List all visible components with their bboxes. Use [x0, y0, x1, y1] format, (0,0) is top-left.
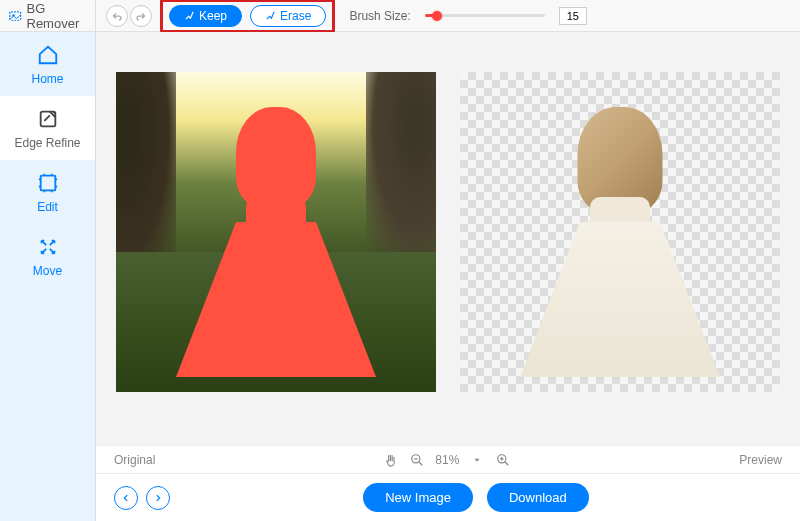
svg-line-5 — [419, 461, 423, 465]
zoom-value: 81% — [435, 453, 459, 467]
sidebar-item-edit[interactable]: Edit — [0, 160, 95, 224]
main-area: Keep Erase Brush Size: 15 — [96, 0, 800, 521]
app-title: BG Remover — [27, 1, 88, 31]
next-image-button[interactable] — [146, 486, 170, 510]
undo-button[interactable] — [106, 5, 128, 27]
bg-tree-right — [366, 72, 436, 252]
keep-button[interactable]: Keep — [169, 5, 242, 27]
sidebar-item-edge-refine[interactable]: Edge Refine — [0, 96, 95, 160]
bottom-bar: New Image Download — [96, 473, 800, 521]
edit-icon — [37, 172, 59, 194]
sidebar-label-edit: Edit — [37, 200, 58, 214]
bg-tree-left — [116, 72, 176, 272]
zoom-controls: 81% — [155, 452, 739, 468]
preview-panel[interactable] — [460, 72, 780, 392]
redo-button[interactable] — [130, 5, 152, 27]
toolbar: Keep Erase Brush Size: 15 — [96, 0, 800, 32]
sidebar-label-edge-refine: Edge Refine — [14, 136, 80, 150]
original-panel[interactable] — [116, 72, 436, 392]
download-button[interactable]: Download — [487, 483, 589, 512]
page-arrows — [114, 486, 170, 510]
edge-refine-icon — [37, 108, 59, 130]
mask-dress — [176, 222, 376, 377]
sidebar-label-move: Move — [33, 264, 62, 278]
logo: BG Remover — [0, 0, 95, 32]
sidebar-item-home[interactable]: Home — [0, 32, 95, 96]
svg-rect-3 — [40, 176, 55, 191]
sidebar-label-home: Home — [31, 72, 63, 86]
zoom-out-icon[interactable] — [409, 452, 425, 468]
preview-label: Preview — [739, 453, 782, 467]
erase-button[interactable]: Erase — [250, 5, 326, 27]
original-label: Original — [114, 453, 155, 467]
zoom-dropdown-icon[interactable] — [469, 452, 485, 468]
prev-image-button[interactable] — [114, 486, 138, 510]
canvas-area — [96, 32, 800, 445]
action-buttons: New Image Download — [170, 483, 782, 512]
new-image-button[interactable]: New Image — [363, 483, 473, 512]
sidebar-item-move[interactable]: Move — [0, 224, 95, 288]
app-logo-icon — [8, 7, 23, 25]
preview-subject — [520, 107, 720, 372]
transparency-checker — [460, 72, 780, 392]
brush-icon — [184, 10, 195, 21]
move-icon — [37, 236, 59, 258]
zoom-in-icon[interactable] — [495, 452, 511, 468]
home-icon — [37, 44, 59, 66]
svg-line-8 — [505, 461, 509, 465]
keep-label: Keep — [199, 9, 227, 23]
eraser-icon — [265, 10, 276, 21]
slider-thumb — [432, 11, 442, 21]
brush-size-value[interactable]: 15 — [559, 7, 587, 25]
history-arrows — [106, 5, 152, 27]
tool-highlight: Keep Erase — [160, 0, 335, 33]
subject-mask — [176, 107, 376, 372]
slider-track — [425, 14, 545, 17]
brush-size-slider[interactable] — [425, 14, 545, 17]
erase-label: Erase — [280, 9, 311, 23]
app-container: BG Remover Home Edge Refine Edit — [0, 0, 800, 521]
pan-icon[interactable] — [383, 452, 399, 468]
sidebar: BG Remover Home Edge Refine Edit — [0, 0, 96, 521]
original-image — [116, 72, 436, 392]
preview-dress — [520, 222, 720, 377]
brush-size-label: Brush Size: — [349, 9, 410, 23]
mask-hair — [236, 107, 316, 207]
status-bar: Original 81% Preview — [96, 445, 800, 473]
